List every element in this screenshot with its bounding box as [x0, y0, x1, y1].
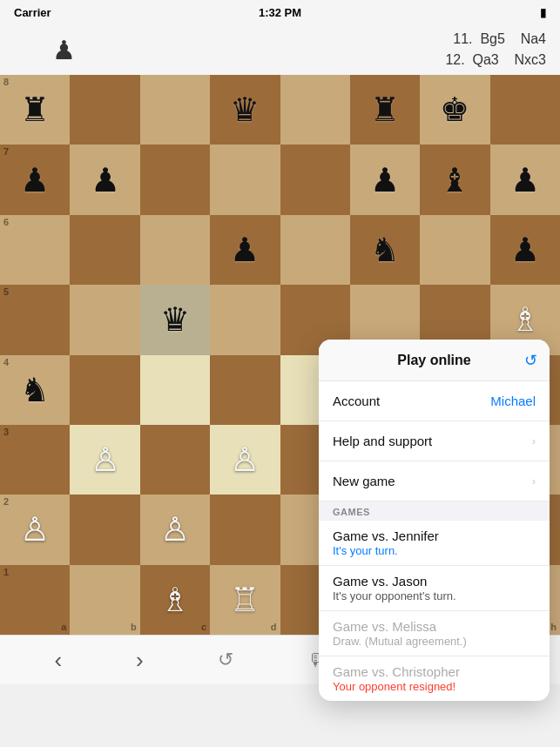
chess-piece: ♞ — [20, 374, 50, 407]
chess-piece: ♛ — [160, 303, 190, 336]
back-button[interactable]: ‹ — [54, 647, 62, 674]
help-chevron: › — [532, 434, 536, 448]
rank-label-4: 4 — [3, 358, 9, 367]
cell-d2[interactable] — [210, 495, 280, 564]
forward-button[interactable]: › — [136, 647, 144, 674]
move-notation-bar: ♟ 11. Bg5 Na4 12. Qa3 Nxc3 — [0, 24, 560, 75]
game-row-3[interactable]: Game vs. ChristopherYour opponent resign… — [319, 656, 550, 701]
account-row[interactable]: Account Michael — [319, 381, 550, 421]
help-row[interactable]: Help and support › — [319, 421, 550, 461]
cell-h6[interactable]: ♟ — [490, 215, 560, 285]
status-bar: Carrier 1:32 PM ▮ — [0, 0, 560, 24]
chess-piece: ♜ — [20, 93, 50, 126]
cell-b4[interactable] — [70, 355, 139, 425]
file-label-b: b — [131, 622, 137, 632]
cell-a7[interactable]: 7♟ — [0, 145, 70, 214]
cell-h8[interactable] — [490, 75, 560, 145]
cell-e6[interactable] — [280, 215, 350, 285]
cell-h7[interactable]: ♟ — [490, 145, 560, 214]
cell-a4[interactable]: 4♞ — [0, 355, 70, 425]
chess-piece: ♟ — [230, 233, 260, 266]
chess-piece: ♟ — [370, 164, 400, 197]
cell-b6[interactable] — [70, 215, 139, 285]
cell-c4[interactable] — [140, 355, 210, 425]
cell-b5[interactable] — [70, 285, 139, 354]
rank-label-6: 6 — [3, 218, 9, 227]
cell-c8[interactable] — [140, 75, 210, 145]
chess-piece: ♗ — [160, 583, 190, 616]
cell-c1[interactable]: c♗ — [140, 565, 210, 635]
popup-header: Play online ↺ — [319, 340, 550, 381]
cell-f7[interactable]: ♟ — [350, 145, 420, 214]
cell-d7[interactable] — [210, 145, 280, 214]
cell-c7[interactable] — [140, 145, 210, 214]
notation-lines: 11. Bg5 Na4 12. Qa3 Nxc3 — [445, 29, 546, 71]
chess-piece: ♞ — [370, 233, 400, 266]
file-label-a: a — [61, 622, 66, 632]
cell-d5[interactable] — [210, 285, 280, 354]
carrier-label: Carrier — [14, 6, 51, 19]
chess-piece: ♗ — [510, 303, 540, 336]
rank-label-5: 5 — [3, 287, 9, 297]
cell-e8[interactable] — [280, 75, 350, 145]
rank-label-2: 2 — [3, 497, 9, 507]
cell-a6[interactable]: 6 — [0, 215, 70, 285]
cell-f8[interactable]: ♜ — [350, 75, 420, 145]
move-12: 12. Qa3 Nxc3 — [445, 50, 546, 71]
file-label-c: c — [201, 622, 206, 632]
cell-a5[interactable]: 5 — [0, 285, 70, 354]
play-online-panel: Play online ↺ Account Michael Help and s… — [319, 340, 550, 701]
cell-d8[interactable]: ♛ — [210, 75, 280, 145]
cell-b8[interactable] — [70, 75, 139, 145]
chess-piece: ♟ — [91, 164, 120, 197]
game-subtitle-2: Draw. (Mutual agreement.) — [333, 635, 536, 648]
undo-button[interactable]: ↺ — [218, 649, 233, 671]
refresh-button[interactable]: ↺ — [524, 351, 537, 370]
game-row-2[interactable]: Game vs. MelissaDraw. (Mutual agreement.… — [319, 611, 550, 656]
cell-b2[interactable] — [70, 495, 139, 564]
cell-c6[interactable] — [140, 215, 210, 285]
games-list: Game vs. JenniferIt's your turn.Game vs.… — [319, 521, 550, 701]
new-game-row[interactable]: New game › — [319, 461, 550, 501]
cell-d1[interactable]: d♖ — [210, 565, 280, 635]
game-title-1: Game vs. Jason — [333, 574, 536, 589]
cell-d4[interactable] — [210, 355, 280, 425]
cell-d6[interactable]: ♟ — [210, 215, 280, 285]
cell-b7[interactable]: ♟ — [70, 145, 139, 214]
cell-g6[interactable] — [420, 215, 489, 285]
popup-title: Play online — [397, 353, 470, 368]
chess-piece: ♝ — [440, 164, 469, 197]
chess-piece: ♙ — [160, 513, 190, 546]
cell-a8[interactable]: 8♜ — [0, 75, 70, 145]
game-subtitle-3: Your opponent resigned! — [333, 680, 536, 693]
cell-f6[interactable]: ♞ — [350, 215, 420, 285]
cell-c5[interactable]: ♛ — [140, 285, 210, 354]
rank-label-8: 8 — [3, 77, 9, 87]
chess-piece: ♙ — [20, 513, 50, 546]
cell-g7[interactable]: ♝ — [420, 145, 489, 214]
chess-piece: ♜ — [370, 93, 400, 126]
cell-e7[interactable] — [280, 145, 350, 214]
game-row-0[interactable]: Game vs. JenniferIt's your turn. — [319, 521, 550, 566]
help-label: Help and support — [333, 434, 532, 448]
cell-a3[interactable]: 3 — [0, 425, 70, 495]
cell-c2[interactable]: ♙ — [140, 495, 210, 564]
cell-c3[interactable] — [140, 425, 210, 495]
game-row-1[interactable]: Game vs. JasonIt's your opponent's turn. — [319, 566, 550, 611]
chess-piece: ♙ — [91, 443, 120, 476]
cell-d3[interactable]: ♙ — [210, 425, 280, 495]
cell-a1[interactable]: 1a — [0, 565, 70, 635]
game-title-3: Game vs. Christopher — [333, 664, 536, 679]
new-game-chevron: › — [532, 474, 536, 488]
move-11: 11. Bg5 Na4 — [445, 29, 546, 50]
cell-b3[interactable]: ♙ — [70, 425, 139, 495]
chess-piece: ♚ — [440, 93, 469, 126]
cell-a2[interactable]: 2♙ — [0, 495, 70, 564]
chess-piece: ♙ — [230, 443, 260, 476]
chess-piece: ♟ — [510, 233, 540, 266]
new-game-label: New game — [333, 474, 532, 488]
chess-piece: ♛ — [230, 93, 260, 126]
cell-b1[interactable]: b — [70, 565, 139, 635]
cell-g8[interactable]: ♚ — [420, 75, 489, 145]
account-value: Michael — [490, 394, 536, 408]
